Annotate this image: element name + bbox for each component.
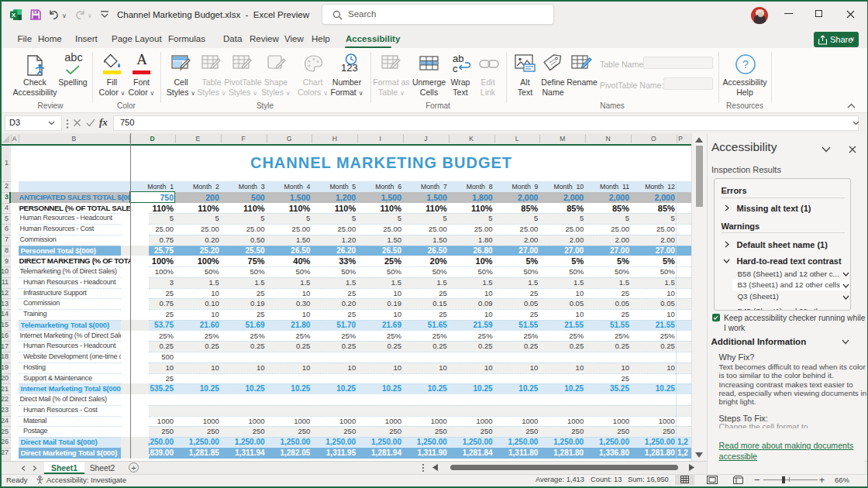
- svg-text:c: c: [453, 63, 458, 74]
- svg-text:?: ?: [742, 58, 749, 70]
- svg-text:X: X: [12, 12, 16, 19]
- svg-text:123: 123: [341, 62, 358, 74]
